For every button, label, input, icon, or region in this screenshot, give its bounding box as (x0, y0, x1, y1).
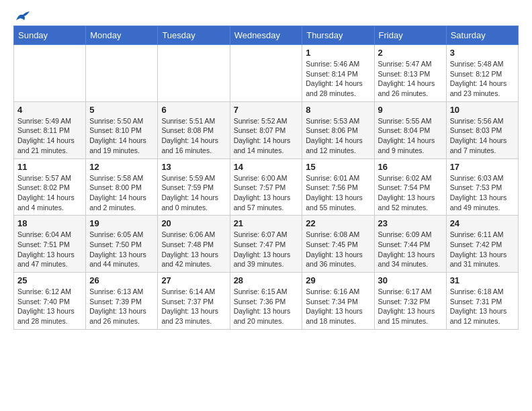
weekday-header-thursday: Thursday (302, 26, 374, 45)
calendar-header-row: SundayMondayTuesdayWednesdayThursdayFrid… (14, 26, 519, 45)
calendar-week-row: 11Sunrise: 5:57 AMSunset: 8:02 PMDayligh… (14, 158, 519, 216)
day-number: 28 (234, 275, 299, 285)
calendar-cell: 22Sunrise: 6:08 AMSunset: 7:45 PMDayligh… (302, 216, 374, 273)
day-info: Sunrise: 6:17 AMSunset: 7:32 PMDaylight:… (378, 287, 443, 326)
day-info: Sunrise: 5:58 AMSunset: 8:00 PMDaylight:… (89, 173, 154, 213)
day-info: Sunrise: 6:15 AMSunset: 7:36 PMDaylight:… (234, 287, 299, 326)
day-number: 11 (17, 162, 82, 172)
calendar-cell: 25Sunrise: 6:12 AMSunset: 7:40 PMDayligh… (14, 273, 86, 330)
calendar-cell: 8Sunrise: 5:53 AMSunset: 8:06 PMDaylight… (302, 101, 374, 158)
day-info: Sunrise: 6:05 AMSunset: 7:50 PMDaylight:… (89, 230, 154, 269)
calendar-cell: 14Sunrise: 6:00 AMSunset: 7:57 PMDayligh… (230, 158, 302, 216)
day-info: Sunrise: 5:55 AMSunset: 8:04 PMDaylight:… (378, 116, 443, 156)
calendar-cell: 30Sunrise: 6:17 AMSunset: 7:32 PMDayligh… (374, 273, 446, 330)
day-number: 4 (17, 105, 82, 115)
day-info: Sunrise: 6:16 AMSunset: 7:34 PMDaylight:… (306, 287, 370, 326)
day-info: Sunrise: 6:11 AMSunset: 7:42 PMDaylight:… (450, 230, 515, 269)
day-info: Sunrise: 5:46 AMSunset: 8:14 PMDaylight:… (306, 59, 370, 99)
day-number: 19 (89, 218, 154, 228)
logo-bird-icon (15, 11, 30, 23)
calendar-cell: 2Sunrise: 5:47 AMSunset: 8:13 PMDaylight… (374, 45, 446, 102)
day-info: Sunrise: 6:01 AMSunset: 7:56 PMDaylight:… (306, 173, 370, 213)
day-info: Sunrise: 5:52 AMSunset: 8:07 PMDaylight:… (234, 116, 299, 156)
day-number: 5 (89, 105, 154, 115)
day-info: Sunrise: 5:51 AMSunset: 8:08 PMDaylight:… (161, 116, 226, 156)
calendar-cell: 7Sunrise: 5:52 AMSunset: 8:07 PMDaylight… (230, 101, 302, 158)
day-number: 17 (450, 162, 515, 172)
calendar-cell: 9Sunrise: 5:55 AMSunset: 8:04 PMDaylight… (374, 101, 446, 158)
day-number: 29 (306, 275, 370, 285)
day-number: 8 (306, 105, 370, 115)
calendar-week-row: 1Sunrise: 5:46 AMSunset: 8:14 PMDaylight… (14, 45, 519, 102)
day-info: Sunrise: 6:08 AMSunset: 7:45 PMDaylight:… (306, 230, 370, 269)
calendar-cell: 13Sunrise: 5:59 AMSunset: 7:59 PMDayligh… (158, 158, 230, 216)
day-number: 22 (306, 218, 370, 228)
day-info: Sunrise: 6:06 AMSunset: 7:48 PMDaylight:… (161, 230, 226, 269)
day-number: 14 (234, 162, 299, 172)
calendar-cell: 4Sunrise: 5:49 AMSunset: 8:11 PMDaylight… (14, 101, 86, 158)
calendar-cell: 17Sunrise: 6:03 AMSunset: 7:53 PMDayligh… (446, 158, 518, 216)
day-info: Sunrise: 6:02 AMSunset: 7:54 PMDaylight:… (378, 173, 443, 213)
calendar-cell: 26Sunrise: 6:13 AMSunset: 7:39 PMDayligh… (86, 273, 158, 330)
day-info: Sunrise: 6:09 AMSunset: 7:44 PMDaylight:… (378, 230, 443, 269)
day-number: 31 (450, 275, 515, 285)
weekday-header-friday: Friday (374, 26, 446, 45)
calendar-cell: 11Sunrise: 5:57 AMSunset: 8:02 PMDayligh… (14, 158, 86, 216)
day-info: Sunrise: 6:14 AMSunset: 7:37 PMDaylight:… (161, 287, 226, 326)
day-info: Sunrise: 6:12 AMSunset: 7:40 PMDaylight:… (17, 287, 82, 326)
calendar-week-row: 25Sunrise: 6:12 AMSunset: 7:40 PMDayligh… (14, 273, 519, 330)
day-number: 2 (378, 48, 443, 58)
weekday-header-saturday: Saturday (446, 26, 518, 45)
calendar-cell: 31Sunrise: 6:18 AMSunset: 7:31 PMDayligh… (446, 273, 518, 330)
calendar-cell: 20Sunrise: 6:06 AMSunset: 7:48 PMDayligh… (158, 216, 230, 273)
day-info: Sunrise: 5:47 AMSunset: 8:13 PMDaylight:… (378, 59, 443, 99)
day-info: Sunrise: 5:57 AMSunset: 8:02 PMDaylight:… (17, 173, 82, 213)
day-info: Sunrise: 5:56 AMSunset: 8:03 PMDaylight:… (450, 116, 515, 156)
day-number: 7 (234, 105, 299, 115)
calendar-week-row: 18Sunrise: 6:04 AMSunset: 7:51 PMDayligh… (14, 216, 519, 273)
calendar-cell: 3Sunrise: 5:48 AMSunset: 8:12 PMDaylight… (446, 45, 518, 102)
logo (13, 11, 30, 19)
day-info: Sunrise: 6:13 AMSunset: 7:39 PMDaylight:… (89, 287, 154, 326)
day-number: 18 (17, 218, 82, 228)
calendar-cell (14, 45, 86, 102)
day-info: Sunrise: 6:18 AMSunset: 7:31 PMDaylight:… (450, 287, 515, 326)
day-info: Sunrise: 5:48 AMSunset: 8:12 PMDaylight:… (450, 59, 515, 99)
day-number: 27 (161, 275, 226, 285)
calendar-cell: 18Sunrise: 6:04 AMSunset: 7:51 PMDayligh… (14, 216, 86, 273)
calendar-cell: 24Sunrise: 6:11 AMSunset: 7:42 PMDayligh… (446, 216, 518, 273)
calendar-cell: 12Sunrise: 5:58 AMSunset: 8:00 PMDayligh… (86, 158, 158, 216)
day-number: 6 (161, 105, 226, 115)
day-info: Sunrise: 6:00 AMSunset: 7:57 PMDaylight:… (234, 173, 299, 213)
calendar-cell (230, 45, 302, 102)
day-number: 25 (17, 275, 82, 285)
calendar-cell: 29Sunrise: 6:16 AMSunset: 7:34 PMDayligh… (302, 273, 374, 330)
day-number: 10 (450, 105, 515, 115)
day-number: 30 (378, 275, 443, 285)
calendar-week-row: 4Sunrise: 5:49 AMSunset: 8:11 PMDaylight… (14, 101, 519, 158)
calendar-cell (86, 45, 158, 102)
calendar-cell: 1Sunrise: 5:46 AMSunset: 8:14 PMDaylight… (302, 45, 374, 102)
day-number: 9 (378, 105, 443, 115)
weekday-header-sunday: Sunday (14, 26, 86, 45)
day-info: Sunrise: 5:50 AMSunset: 8:10 PMDaylight:… (89, 116, 154, 156)
day-number: 24 (450, 218, 515, 228)
calendar-cell: 28Sunrise: 6:15 AMSunset: 7:36 PMDayligh… (230, 273, 302, 330)
day-number: 20 (161, 218, 226, 228)
weekday-header-tuesday: Tuesday (158, 26, 230, 45)
day-info: Sunrise: 5:49 AMSunset: 8:11 PMDaylight:… (17, 116, 82, 156)
day-number: 16 (378, 162, 443, 172)
weekday-header-monday: Monday (86, 26, 158, 45)
day-number: 21 (234, 218, 299, 228)
calendar-cell: 27Sunrise: 6:14 AMSunset: 7:37 PMDayligh… (158, 273, 230, 330)
calendar-cell: 23Sunrise: 6:09 AMSunset: 7:44 PMDayligh… (374, 216, 446, 273)
day-number: 26 (89, 275, 154, 285)
calendar-cell: 6Sunrise: 5:51 AMSunset: 8:08 PMDaylight… (158, 101, 230, 158)
weekday-header-wednesday: Wednesday (230, 26, 302, 45)
day-number: 12 (89, 162, 154, 172)
day-number: 1 (306, 48, 370, 58)
calendar-table: SundayMondayTuesdayWednesdayThursdayFrid… (13, 26, 519, 330)
calendar-cell: 5Sunrise: 5:50 AMSunset: 8:10 PMDaylight… (86, 101, 158, 158)
day-number: 23 (378, 218, 443, 228)
day-info: Sunrise: 5:53 AMSunset: 8:06 PMDaylight:… (306, 116, 370, 156)
